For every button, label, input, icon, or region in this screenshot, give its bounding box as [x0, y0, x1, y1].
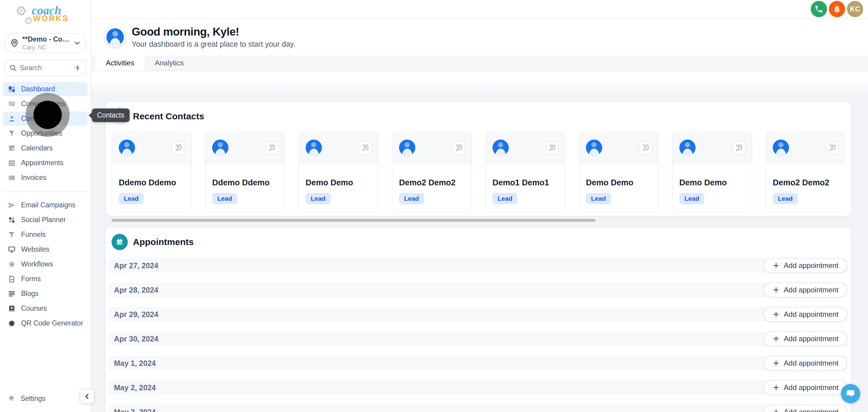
monitor-icon [7, 245, 16, 254]
tab-analytics[interactable]: Analytics [145, 56, 194, 70]
map-pin-icon [10, 38, 19, 48]
contact-card[interactable]: Ddemo Ddemo Lead [112, 132, 192, 213]
message-button[interactable] [826, 141, 839, 155]
dashboard-tabs: Activities Analytics [91, 56, 868, 71]
add-appointment-button[interactable]: Add appointment [764, 282, 847, 297]
plus-icon [772, 384, 780, 391]
appointment-date: May 2, 2024 [114, 383, 156, 392]
phone-button[interactable] [811, 1, 827, 17]
sidebar-item-dashboard[interactable]: Dashboard [3, 82, 88, 96]
sidebar-item-opportunities[interactable]: Opportunities [3, 126, 88, 140]
bell-icon [832, 4, 841, 13]
sidebar-item-social-planner[interactable]: Social Planner [3, 213, 88, 227]
tab-activities[interactable]: Activities [96, 56, 145, 70]
settings-icon [7, 394, 16, 403]
contact-card[interactable]: Demo1 Demo1 Lead [485, 132, 565, 213]
page-subtitle: Your dashboard is a great place to start… [132, 40, 296, 49]
add-appointment-button[interactable]: Add appointment [764, 331, 847, 346]
sidebar-item-settings[interactable]: Settings [0, 391, 91, 406]
contact-card[interactable]: Demo Demo Lead [579, 132, 659, 213]
sidebar-item-qr-code-generator[interactable]: QR Code Generator [3, 316, 88, 330]
appointment-date: Apr 27, 2024 [114, 261, 158, 270]
appointment-row: Apr 29, 2024 Add appointment [109, 307, 847, 322]
funnel-icon [7, 129, 16, 138]
add-appointment-button[interactable]: Add appointment [764, 380, 847, 395]
sidebar-search [4, 60, 87, 76]
contact-card[interactable]: Demo2 Demo2 Lead [766, 132, 845, 213]
message-button[interactable] [265, 141, 278, 155]
sidebar-item-courses[interactable]: Courses [3, 302, 88, 316]
sidebar-item-websites[interactable]: Websites [3, 242, 88, 256]
user-avatar[interactable]: KC [847, 1, 863, 17]
status-badge: Lead [212, 193, 237, 204]
appointment-row: May 1, 2024 Add appointment [109, 356, 847, 371]
scrollbar-thumb[interactable] [112, 219, 595, 222]
appointment-date: Apr 29, 2024 [114, 310, 158, 319]
appointment-row: Apr 27, 2024 Add appointment [109, 258, 847, 273]
sidebar-item-blogs[interactable]: Blogs [3, 287, 88, 301]
sidebar-item-invoices[interactable]: Invoices [3, 170, 88, 185]
chat-widget-button[interactable] [841, 384, 860, 403]
message-button[interactable] [639, 141, 652, 155]
message-button[interactable] [172, 141, 185, 155]
message-button[interactable] [359, 141, 372, 155]
contact-card[interactable]: Demo2 Demo2 Lead [392, 132, 472, 213]
sidebar-item-label: Courses [21, 305, 47, 313]
plus-icon [772, 262, 780, 270]
contact-card[interactable]: Demo Demo Lead [672, 132, 752, 213]
location-switcher[interactable]: **Demo - CoachW... Cary, NC [4, 33, 87, 53]
message-button[interactable] [546, 141, 559, 155]
sidebar-item-label: Social Planner [21, 216, 66, 224]
topbar: KC [91, 0, 868, 19]
sidebar-item-forms[interactable]: Forms [3, 272, 88, 286]
person-icon [106, 28, 124, 46]
section-title: Appointments [133, 237, 194, 247]
gear-icon: ⚙ [24, 16, 33, 26]
contact-name: Ddemo Ddemo [212, 178, 278, 187]
status-badge: Lead [399, 193, 424, 204]
sidebar-item-email-campaigns[interactable]: Email Campaigns [3, 198, 88, 212]
paper-plane-icon [7, 201, 16, 210]
sidebar-item-label: Invoices [21, 173, 46, 182]
contact-card[interactable]: Ddemo Ddemo Lead [205, 132, 285, 213]
avatar-initials: KC [850, 5, 860, 13]
add-appointment-button[interactable]: Add appointment [764, 356, 847, 371]
funnel-icon [7, 230, 16, 239]
recent-contacts-panel: Recent Contacts Ddemo Ddemo Lead [105, 101, 852, 216]
add-appointment-label: Add appointment [784, 383, 838, 392]
contact-name: Demo Demo [306, 178, 371, 187]
contact-name: Demo2 Demo2 [399, 178, 465, 187]
quick-actions-bolt-icon[interactable] [73, 64, 82, 72]
sidebar-item-label: Websites [21, 245, 50, 253]
sidebar-item-label: Funnels [21, 230, 46, 239]
contact-name: Demo2 Demo2 [773, 178, 838, 187]
notifications-button[interactable] [829, 1, 845, 17]
sidebar-item-funnels[interactable]: Funnels [3, 227, 88, 242]
contacts-icon [7, 114, 16, 123]
appointments-panel: Appointments Apr 27, 2024 Add appointmen… [105, 227, 852, 412]
sidebar-item-label: Blogs [21, 290, 38, 298]
message-button[interactable] [452, 141, 465, 155]
sidebar-item-conversations[interactable]: Conversations [3, 97, 88, 111]
phone-icon [814, 4, 824, 13]
search-input[interactable] [20, 64, 70, 72]
contact-card[interactable]: Demo Demo Lead [299, 132, 378, 213]
contact-avatar [586, 139, 602, 156]
brand-name-bottom: WORKS [33, 14, 77, 23]
add-appointment-button[interactable]: Add appointment [764, 258, 847, 273]
add-appointment-button[interactable]: Add appointment [764, 405, 847, 412]
sidebar-menu-secondary: Email Campaigns Social Planner Funnels W… [0, 198, 91, 331]
message-button[interactable] [733, 141, 746, 155]
sidebar-item-appointments[interactable]: Appointments [3, 156, 88, 170]
add-appointment-label: Add appointment [784, 359, 838, 368]
sidebar-item-contacts[interactable]: Contacts [3, 112, 88, 126]
location-city: Cary, NC [22, 44, 70, 51]
contact-avatar [493, 139, 509, 156]
sidebar-collapse-button[interactable] [80, 389, 94, 403]
add-appointment-label: Add appointment [784, 286, 838, 294]
add-appointment-button[interactable]: Add appointment [764, 307, 847, 322]
contact-name: Demo Demo [586, 178, 652, 187]
sidebar-item-workflows[interactable]: Workflows [3, 257, 88, 271]
sidebar-item-calendars[interactable]: Calendars [3, 141, 88, 155]
add-appointment-label: Add appointment [784, 408, 838, 412]
